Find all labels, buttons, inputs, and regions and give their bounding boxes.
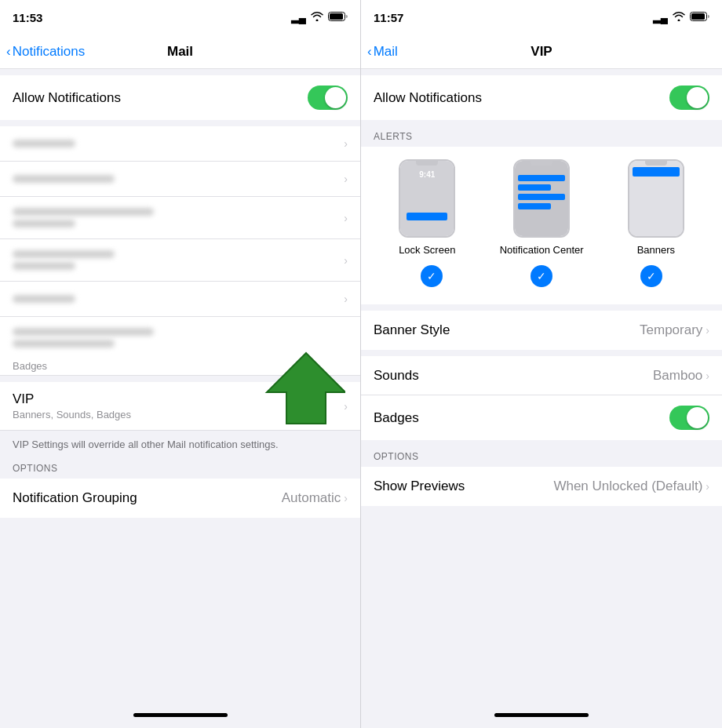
blur-line [13,262,75,270]
list-item-badges[interactable] [0,317,360,359]
vip-title: VIP [13,391,131,407]
right-back-label: Mail [374,44,398,60]
vip-subtitle: Banners, Sounds, Badges [13,409,131,420]
right-status-icons: ▂▄ [653,12,709,24]
blur-content-3 [13,208,344,228]
lock-screen-mockup: 9:41 [399,159,455,238]
left-home-bar [133,713,228,717]
right-divider-4 [361,350,722,356]
vip-block: VIP Banners, Sounds, Badges › [0,382,360,431]
blur-line [13,295,75,303]
banner-bar [633,167,680,177]
blur-line [13,220,75,228]
vip-row[interactable]: VIP Banners, Sounds, Badges › [0,382,360,431]
sounds-block: Sounds Bamboo › Badges [361,356,722,440]
blur-content-4 [13,250,344,270]
notif-grouping-value-text: Automatic [282,490,341,506]
left-nav-title: Mail [167,44,193,60]
chevron-icon: › [344,293,348,305]
banner-style-chevron-icon: › [706,324,709,337]
right-home-indicator [361,701,722,728]
right-allow-notif-label: Allow Notifications [374,90,482,106]
back-chevron-icon: ‹ [6,44,11,60]
alert-label-banners: Banners [637,244,675,256]
vip-row-content: VIP Banners, Sounds, Badges › [13,391,348,420]
list-item[interactable]: › [0,197,360,239]
left-time: 11:53 [13,11,42,24]
right-battery-icon [690,12,709,24]
right-wifi-icon [673,12,685,24]
right-allow-notif-toggle[interactable] [669,86,709,110]
sounds-value-text: Bamboo [653,368,702,384]
sounds-row[interactable]: Sounds Bamboo › [361,356,722,395]
checkmark-notif-center[interactable]: ✓ [531,265,552,287]
left-back-button[interactable]: ‹ Notifications [6,44,85,60]
checkmark-banners[interactable]: ✓ [640,265,662,287]
lock-time-label: 9:41 [400,170,454,179]
checkmark-lock-screen[interactable]: ✓ [421,265,443,287]
left-panel: 11:53 ▂▄ ‹ Notifications [0,0,361,728]
left-allow-notif-toggle[interactable] [308,86,348,110]
right-back-button[interactable]: ‹ Mail [367,44,398,60]
banner-style-label: Banner Style [374,322,450,338]
show-previews-value-text: When Unlocked (Default) [553,479,702,494]
sounds-value: Bamboo › [653,368,709,384]
banner-style-block: Banner Style Temporary › [361,311,722,350]
notif-center-phone-icon [513,159,570,238]
left-blurred-rows: › › › › › [0,126,360,359]
right-panel: 11:57 ▂▄ ‹ Mail VI [361,0,722,728]
notif-center-mockup [513,159,570,238]
right-divider-3 [361,304,722,311]
badges-toggle[interactable] [669,406,709,430]
right-allow-notif-block: Allow Notifications [361,75,722,120]
chevron-icon: › [344,137,348,150]
list-item[interactable]: › [0,126,360,162]
chevron-icon: › [344,173,348,185]
chevron-icon: › [344,254,348,267]
banner-style-value-text: Temporary [640,322,702,338]
alerts-section: ALERTS 9:41 Lock Screen [361,126,722,304]
right-divider-5 [361,440,722,446]
show-previews-row[interactable]: Show Previews When Unlocked (Default) › [361,467,722,506]
list-item[interactable]: › [0,239,360,282]
right-home-bar [494,713,589,717]
left-home-indicator [0,701,360,728]
battery-icon [328,12,348,24]
blur-line [13,250,115,258]
banner-style-row[interactable]: Banner Style Temporary › [361,311,722,350]
notif-lines [518,175,565,209]
badges-row[interactable]: Badges [361,395,722,440]
lock-screen-screen: 9:41 [400,161,454,236]
left-back-label: Notifications [13,44,86,60]
alert-item-notif-center[interactable]: Notification Center [500,159,584,256]
notif-grouping-row[interactable]: Notification Grouping Automatic › [0,479,360,518]
blur-line [13,175,115,183]
right-allow-notif-row[interactable]: Allow Notifications [361,75,722,120]
banners-phone-icon [628,159,684,238]
left-allow-notif-row[interactable]: Allow Notifications [0,75,360,120]
alert-item-banners[interactable]: Banners [628,159,684,256]
left-nav-bar: ‹ Notifications Mail [0,35,360,69]
right-back-chevron-icon: ‹ [367,44,372,60]
left-allow-notif-label: Allow Notifications [13,90,121,106]
notif-line [518,175,565,181]
show-previews-block: Show Previews When Unlocked (Default) › [361,467,722,506]
vip-info-text: VIP Settings will override all other Mai… [0,431,360,458]
alert-item-lock-screen[interactable]: 9:41 Lock Screen [399,159,455,256]
notif-line-2 [518,194,565,200]
notif-line-short [518,184,551,191]
list-item[interactable]: › [0,282,360,317]
right-signal-icon: ▂▄ [653,12,668,24]
lock-screen-phone-icon: 9:41 [399,159,455,238]
right-divider-2 [361,120,722,126]
notif-grouping-label: Notification Grouping [13,490,137,506]
right-options-header: OPTIONS [361,446,722,467]
blur-line [13,340,115,348]
lock-screen-bar [407,213,447,220]
left-status-icons: ▂▄ [291,12,348,24]
list-item[interactable]: › [0,162,360,197]
left-spacer [0,518,360,701]
sounds-label: Sounds [374,368,419,384]
right-time: 11:57 [374,11,403,24]
blur-content-6 [13,328,348,348]
